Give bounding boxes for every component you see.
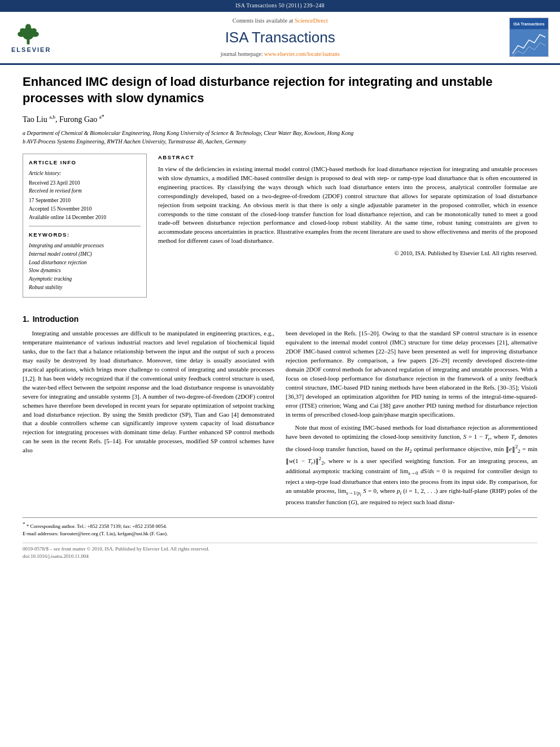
email-footnote: E-mail addresses: liurouter@ieee.org (T.… <box>23 530 537 538</box>
intro-section-number: 1. <box>23 314 29 324</box>
issn-line: 0019-0578/$ – see front matter © 2010, I… <box>23 545 537 553</box>
abstract-copyright: © 2010, ISA. Published by Elsevier Ltd. … <box>158 249 537 257</box>
author-furonggao: Furong Gao a* <box>59 115 104 124</box>
journal-homepage-line: journal homepage: www.elsevier.com/locat… <box>51 50 509 59</box>
journal-citation: ISA Transactions 50 (2011) 239–248 <box>235 2 325 8</box>
elsevier-logo: ELSEVIER <box>11 20 51 55</box>
keyword-4: Slow dynamics <box>29 267 141 275</box>
svg-rect-11 <box>510 29 548 57</box>
elsevier-tree-icon <box>11 20 45 46</box>
abstract-col: ABSTRACT In view of the deficiencies in … <box>158 154 537 304</box>
keyword-2: Internal model control (IMC) <box>29 251 141 259</box>
intro-para3: Note that most of existing IMC-based met… <box>286 423 537 506</box>
top-bar: ISA Transactions 50 (2011) 239–248 <box>0 0 560 12</box>
journal-homepage-link[interactable]: www.elsevier.com/locate/isatrans <box>264 51 340 57</box>
footer-divider <box>23 517 537 518</box>
isa-cover-image: ISA Transactions <box>510 18 548 57</box>
revised-date: 17 September 2010 <box>29 197 141 205</box>
isa-logo-area: ISA Transactions <box>509 18 549 57</box>
affiliation-b: b AVT-Process Systems Engineering, RWTH … <box>23 137 537 146</box>
article-history-label: Article history: <box>29 170 141 178</box>
article-info-label: ARTICLE INFO <box>29 159 141 167</box>
intro-para1: Integrating and unstable processes are d… <box>23 329 274 455</box>
elsevier-brand-label: ELSEVIER <box>11 46 51 55</box>
available-date: Available online 14 December 2010 <box>29 214 141 222</box>
copyright-notice: 0019-0578/$ – see front matter © 2010, I… <box>23 543 537 560</box>
keyword-6: Robust stability <box>29 284 141 292</box>
authors-line: Tao Liu a,b, Furong Gao a* <box>23 113 537 125</box>
intro-left-col: Integrating and unstable processes are d… <box>23 329 274 512</box>
article-title: Enhanced IMC design of load disturbance … <box>23 74 537 106</box>
received-date: Received 23 April 2010 <box>29 180 141 187</box>
revised-label: Received in revised form <box>29 187 141 195</box>
article-info-col: ARTICLE INFO Article history: Received 2… <box>23 154 147 304</box>
keyword-1: Integrating and unstable processes <box>29 242 141 250</box>
keyword-3: Load disturbance rejection <box>29 259 141 267</box>
abstract-label: ABSTRACT <box>158 154 537 161</box>
svg-text:ISA Transactions: ISA Transactions <box>514 22 545 26</box>
svg-point-7 <box>31 28 37 33</box>
intro-section-title: Introduction <box>33 314 79 324</box>
intro-body-columns: Integrating and unstable processes are d… <box>23 329 537 512</box>
svg-point-3 <box>25 24 31 29</box>
abstract-text: In view of the deficiencies in existing … <box>158 165 537 246</box>
article-info-box: ARTICLE INFO Article history: Received 2… <box>23 154 147 298</box>
affiliation-a: a Department of Chemical & Biomolecular … <box>23 129 537 137</box>
intro-para2: been developed in the Refs. [15–20]. Owi… <box>286 329 537 419</box>
corresponding-author-footnote: * * Corresponding author. Tel.: +852 235… <box>23 521 537 531</box>
affiliations: a Department of Chemical & Biomolecular … <box>23 129 537 146</box>
main-content: Enhanced IMC design of load disturbance … <box>0 65 560 569</box>
journal-title: ISA Transactions <box>51 27 509 49</box>
isa-thumbnail: ISA Transactions <box>509 18 549 57</box>
doi-line: doi:10.1016/j.isatra.2010.11.004 <box>23 553 537 560</box>
intro-right-col: been developed in the Refs. [15–20]. Owi… <box>286 329 537 512</box>
info-divider <box>29 226 141 226</box>
keywords-label: Keywords: <box>29 231 141 239</box>
journal-header-center: Contents lists available at ScienceDirec… <box>51 16 509 59</box>
svg-point-6 <box>20 28 25 33</box>
keyword-5: Asymptotic tracking <box>29 276 141 283</box>
journal-header: ELSEVIER Contents lists available at Sci… <box>0 12 560 64</box>
article-info-abstract-row: ARTICLE INFO Article history: Received 2… <box>23 154 537 304</box>
accepted-date: Accepted 15 November 2010 <box>29 206 141 213</box>
contents-line: Contents lists available at ScienceDirec… <box>51 16 509 25</box>
sciencedirect-link[interactable]: ScienceDirect <box>295 18 328 24</box>
intro-heading: 1.Introduction <box>23 313 537 325</box>
author-taoliu: Tao Liu a,b <box>23 115 55 124</box>
